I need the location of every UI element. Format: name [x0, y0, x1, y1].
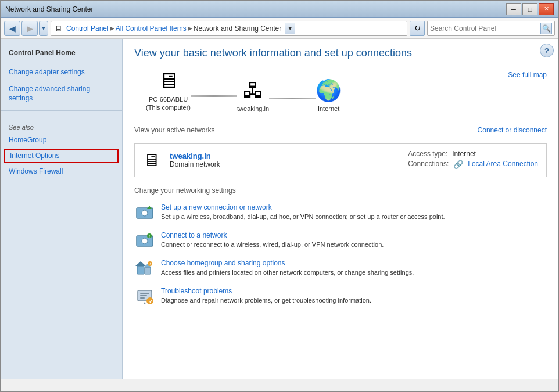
pc-label: PC-66BABLU(This computer): [146, 95, 191, 112]
svg-text:↑: ↑: [149, 234, 151, 238]
active-networks-header: View your active networks Connect or dis…: [134, 126, 547, 139]
connect-network-link[interactable]: Connect to a network: [161, 231, 384, 239]
refresh-button[interactable]: ↻: [410, 21, 425, 36]
sidebar: Control Panel Home Change adapter settin…: [1, 39, 123, 379]
connect-network-icon: ↑: [134, 231, 155, 250]
svg-rect-15: [140, 295, 147, 296]
pc-node: 🖥 PC-66BABLU(This computer): [146, 69, 191, 112]
troubleshoot-icon: ✓: [134, 287, 155, 305]
homegroup-sharing-text: Choose homegroup and sharing options Acc…: [161, 259, 414, 277]
svg-rect-16: [140, 297, 145, 299]
content-area: ? View your basic network information an…: [123, 39, 558, 379]
connect-disconnect-link[interactable]: Connect or disconnect: [478, 126, 547, 139]
access-type-value: Internet: [452, 150, 476, 158]
network-diagram-row: 🖥 PC-66BABLU(This computer) 🖧 tweaking.i…: [134, 69, 547, 117]
setup-connection-desc: Set up a wireless, broadband, dial-up, a…: [161, 213, 445, 221]
status-bar: [1, 379, 558, 391]
setting-item-homegroup: ♪ Choose homegroup and sharing options A…: [134, 259, 547, 278]
internet-node: 🌍 Internet: [316, 78, 342, 112]
troubleshoot-text: Troubleshoot problems Diagnose and repai…: [161, 287, 371, 305]
access-type-label: Access type:: [408, 150, 447, 158]
breadcrumb-current: Network and Sharing Center: [193, 24, 281, 33]
troubleshoot-desc: Diagnose and repair network problems, or…: [161, 296, 371, 305]
svg-marker-2: [147, 206, 152, 209]
svg-rect-9: [145, 267, 150, 274]
connections-label: Connections:: [408, 160, 449, 169]
svg-marker-17: [144, 302, 146, 304]
network-box-info: tweaking.in Domain network: [170, 152, 399, 168]
network-box-icon: 🖥: [143, 150, 160, 170]
homegroup-sharing-link[interactable]: Choose homegroup and sharing options: [161, 259, 414, 267]
svg-text:✓: ✓: [149, 298, 153, 304]
page-title: View your basic network information and …: [134, 47, 547, 59]
address-bar: ◀ ▶ ▼ 🖥 Control Panel ▶ All Control Pane…: [1, 18, 558, 39]
setup-connection-link[interactable]: Set up a new connection or network: [161, 203, 445, 211]
troubleshoot-link[interactable]: Troubleshoot problems: [161, 287, 371, 295]
connector-1: [191, 95, 237, 97]
sidebar-item-internet-options[interactable]: Internet Options: [4, 149, 119, 163]
router-node: 🖧 tweaking.in: [237, 78, 269, 112]
sidebar-item-change-advanced-sharing[interactable]: Change advanced sharingsettings: [1, 82, 122, 106]
nav-dropdown-button[interactable]: ▼: [39, 21, 48, 36]
help-button[interactable]: ?: [540, 44, 554, 57]
setup-connection-text: Set up a new connection or network Set u…: [161, 203, 445, 221]
main-area: Control Panel Home Change adapter settin…: [1, 39, 558, 379]
connector-2: [269, 98, 316, 99]
router-icon: 🖧: [243, 78, 264, 103]
title-bar-buttons: ─ □ ✕: [506, 3, 554, 15]
sidebar-item-windows-firewall[interactable]: Windows Firewall: [1, 164, 122, 179]
network-diagram: 🖥 PC-66BABLU(This computer) 🖧 tweaking.i…: [134, 69, 508, 112]
setting-item-connect: ↑ Connect to a network Connect or reconn…: [134, 231, 547, 250]
network-name[interactable]: tweaking.in: [170, 152, 399, 160]
nav-buttons: ◀ ▶ ▼: [4, 21, 48, 36]
internet-label: Internet: [318, 105, 339, 112]
back-button[interactable]: ◀: [4, 21, 20, 36]
internet-icon: 🌍: [316, 78, 342, 103]
sidebar-divider: [1, 110, 122, 111]
breadcrumb-control-panel[interactable]: Control Panel: [66, 24, 109, 33]
setup-connection-icon: [134, 203, 155, 222]
breadcrumb-all-items[interactable]: All Control Panel Items: [116, 24, 187, 33]
svg-rect-7: [137, 266, 144, 274]
active-networks-label: View your active networks: [134, 126, 215, 134]
sidebar-item-change-adapter[interactable]: Change adapter settings: [1, 65, 122, 80]
svg-text:♪: ♪: [149, 261, 151, 267]
change-settings-label: Change your networking settings: [134, 186, 547, 197]
main-window: Network and Sharing Center ─ □ ✕ ◀ ▶ ▼ 🖥…: [0, 0, 559, 392]
search-bar: 🔍: [427, 21, 555, 36]
access-type-row: Access type: Internet: [408, 150, 538, 158]
close-button[interactable]: ✕: [539, 3, 554, 15]
connections-value[interactable]: Local Area Connection: [468, 160, 538, 169]
window-title: Network and Sharing Center: [5, 5, 93, 13]
see-full-map-link[interactable]: See full map: [508, 69, 547, 79]
homegroup-icon: ♪: [134, 259, 155, 278]
minimize-button[interactable]: ─: [506, 3, 521, 15]
setting-item-setup: Set up a new connection or network Set u…: [134, 203, 547, 222]
homegroup-sharing-desc: Access files and printers located on oth…: [161, 268, 414, 277]
svg-rect-14: [140, 293, 149, 294]
network-stats: Access type: Internet Connections: 🔗 Loc…: [408, 150, 538, 171]
search-input[interactable]: [430, 24, 540, 33]
maximize-button[interactable]: □: [522, 3, 538, 15]
see-also-label: See also: [1, 116, 122, 133]
setting-item-troubleshoot: ✓ Troubleshoot problems Diagnose and rep…: [134, 287, 547, 305]
breadcrumb-dropdown-button[interactable]: ▼: [285, 23, 295, 34]
pc-icon: 🖥: [158, 69, 179, 93]
search-button[interactable]: 🔍: [540, 23, 552, 34]
title-bar: Network and Sharing Center ─ □ ✕: [1, 1, 558, 18]
svg-point-4: [142, 238, 148, 244]
svg-marker-8: [135, 261, 146, 266]
network-box: 🖥 tweaking.in Domain network Access type…: [134, 143, 547, 177]
connect-network-desc: Connect or reconnect to a wireless, wire…: [161, 240, 384, 249]
svg-point-1: [142, 210, 148, 216]
sidebar-item-control-panel-home[interactable]: Control Panel Home: [1, 46, 122, 60]
connections-row: Connections: 🔗 Local Area Connection: [408, 160, 538, 169]
router-label: tweaking.in: [237, 105, 269, 112]
connect-network-text: Connect to a network Connect or reconnec…: [161, 231, 384, 249]
breadcrumb-bar: 🖥 Control Panel ▶ All Control Panel Item…: [51, 21, 407, 36]
sidebar-item-homegroup[interactable]: HomeGroup: [1, 133, 122, 148]
network-type: Domain network: [170, 160, 399, 168]
forward-button[interactable]: ▶: [21, 21, 38, 36]
